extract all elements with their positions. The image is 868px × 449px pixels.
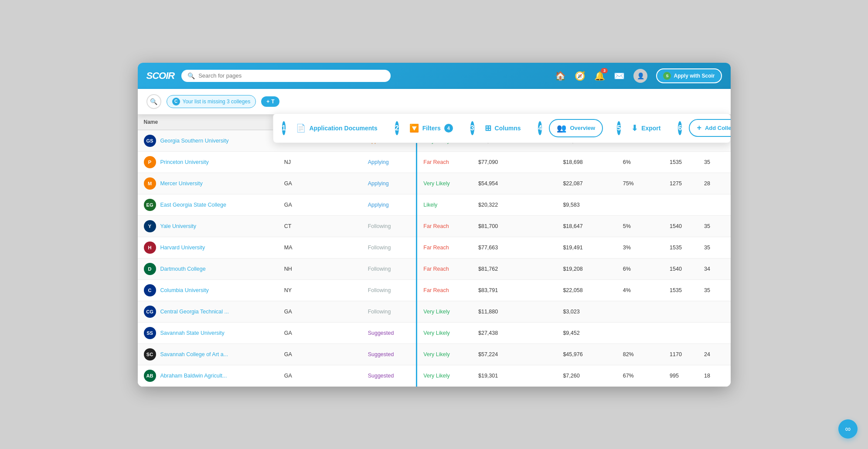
college-name-link[interactable]: Mercer University [160,180,203,187]
overview-button[interactable]: 👥 Overview [549,119,603,137]
col-name: Name [138,115,278,130]
cell-cost: $19,301 [472,365,557,386]
add-college-button[interactable]: + Add College [689,119,730,137]
table-row: M Mercer University GA Applying Very Lik… [138,173,731,194]
app-window: SCOIR 🔍 🏠 🧭 🔔 3 ✉️ 👤 S Apply with Scoir … [138,63,731,387]
cell-top-choice [313,279,362,301]
columns-button[interactable]: ⊞ Columns [481,121,524,136]
cell-chance: Very Likely [417,301,472,322]
college-logo: GS [144,135,156,147]
cell-admit: 67% [617,365,664,386]
cell-name: CG Central Georgia Technical ... [138,301,278,322]
mail-icon-btn[interactable]: ✉️ [614,71,625,81]
step-1-indicator: 1 [282,121,286,135]
cell-avg-aid: $22,087 [557,173,616,194]
college-logo: P [144,156,156,168]
college-logo: C [144,284,156,296]
columns-label: Columns [495,125,521,132]
cell-chance: Very Likely [417,344,472,365]
cell-sat: 1275 [664,173,698,194]
cell-state: MA [278,237,313,258]
cell-cost: $77,663 [472,237,557,258]
step-3-indicator: 3 [470,121,474,135]
nav-icons: 🏠 🧭 🔔 3 ✉️ 👤 S Apply with Scoir [555,68,722,83]
cell-sat: 995 [664,365,698,386]
cell-state: GA [278,194,313,215]
cell-state: NY [278,279,313,301]
cell-admit: 5% [617,215,664,237]
college-logo: SC [144,348,156,361]
colleges-table-wrapper: Name State Top Ch... Status Chance Cost … [138,115,731,387]
cell-state: GA [278,344,313,365]
step-5-indicator: 5 [617,121,621,135]
cell-chance: Far Reach [417,258,472,279]
cell-state: CT [278,215,313,237]
compass-icon-btn[interactable]: 🧭 [575,71,585,81]
cell-status: Following [362,237,417,258]
cell-act [698,194,731,215]
cell-avg-aid: $18,647 [557,215,616,237]
cell-cost: $57,224 [472,344,557,365]
college-name-link[interactable]: Princeton University [160,159,209,165]
filter-icon: 🔽 [409,123,419,133]
cell-top-choice [313,301,362,322]
step-4-indicator: 4 [538,121,542,135]
college-name-link[interactable]: Abraham Baldwin Agricult... [160,373,227,379]
app-docs-button[interactable]: 📄 Application Documents [293,121,381,136]
table-row: CG Central Georgia Technical ... GA Foll… [138,301,731,322]
cell-avg-aid: $22,058 [557,279,616,301]
bell-icon-btn[interactable]: 🔔 3 [594,71,605,81]
cell-name: Y Yale University [138,215,278,237]
cell-chance: Far Reach [417,279,472,301]
college-name-link[interactable]: Georgia Southern University [160,138,229,144]
cell-sat: 1535 [664,237,698,258]
cell-top-choice [313,344,362,365]
cell-admit [617,322,664,344]
circle-c-icon: C [172,98,180,105]
college-name-link[interactable]: East Georgia State College [160,202,226,208]
college-name-link[interactable]: Harvard University [160,245,205,251]
cell-cost: $83,791 [472,279,557,301]
cell-chance: Very Likely [417,365,472,386]
export-label: Export [641,125,660,132]
cell-sat: 1540 [664,215,698,237]
cell-admit: 75% [617,173,664,194]
scoir-logo-icon: S [663,72,671,80]
college-name-link[interactable]: Columbia University [160,287,209,293]
filters-badge: 4 [444,124,453,133]
apply-with-scoir-button[interactable]: S Apply with Scoir [656,68,722,83]
search-bar[interactable]: 🔍 [181,70,391,82]
search-circle-button[interactable]: 🔍 [146,94,161,109]
floating-toolbar: 1 📄 Application Documents 2 🔽 Filters 4 [273,113,731,143]
plus-icon: + [266,99,269,105]
search-icon: 🔍 [187,72,195,79]
cell-avg-aid: $19,491 [557,237,616,258]
cell-status: Suggested [362,365,417,386]
college-name-link[interactable]: Savannah State University [160,330,225,336]
missing-colleges-tag[interactable]: C Your list is missing 3 colleges [167,95,256,108]
export-button[interactable]: ⬇ Export [628,121,664,136]
college-name-link[interactable]: Dartmouth College [160,266,206,272]
college-name-link[interactable]: Savannah College of Art a... [160,351,228,357]
filters-button[interactable]: 🔽 Filters 4 [406,121,456,136]
cell-act: 24 [698,344,731,365]
filters-label: Filters [422,125,441,132]
cell-chance: Very Likely [417,173,472,194]
cell-status: Suggested [362,344,417,365]
cell-state: GA [278,365,313,386]
college-logo: D [144,263,156,275]
cell-act: 35 [698,151,731,173]
cell-name: SC Savannah College of Art a... [138,344,278,365]
college-name-link[interactable]: Yale University [160,223,196,229]
college-name-link[interactable]: Central Georgia Technical ... [160,309,229,315]
home-icon-btn[interactable]: 🏠 [555,71,566,81]
document-icon: 📄 [296,123,306,133]
cell-avg-aid: $18,698 [557,151,616,173]
search-input[interactable] [198,72,385,79]
avatar: 👤 [633,69,647,83]
add-tag-button[interactable]: + T [261,96,279,107]
cell-cost: $81,700 [472,215,557,237]
help-button[interactable]: ∞ [838,419,858,439]
cell-cost: $11,880 [472,301,557,322]
cell-name: H Harvard University [138,237,278,258]
